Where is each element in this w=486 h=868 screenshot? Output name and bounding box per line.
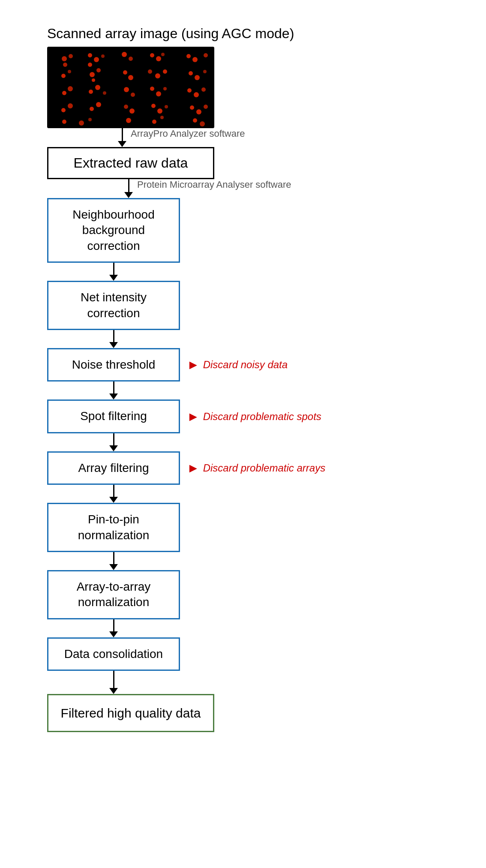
arrow-6 [109, 433, 118, 451]
final-box: Filtered high quality data [47, 694, 214, 732]
svg-point-28 [203, 70, 207, 73]
arrow-3 [109, 263, 118, 281]
svg-point-58 [152, 120, 156, 124]
svg-point-39 [187, 88, 192, 93]
step-array-filtering: Array filtering ► Discard problematic ar… [34, 451, 325, 485]
spot-filtering-box: Spot filtering [47, 399, 180, 433]
arrow-4 [109, 330, 118, 348]
svg-point-26 [189, 71, 193, 75]
svg-point-56 [88, 118, 92, 121]
svg-point-51 [190, 105, 194, 110]
svg-point-9 [129, 57, 133, 61]
svg-point-21 [123, 70, 127, 75]
svg-point-40 [194, 92, 199, 97]
svg-point-60 [193, 118, 197, 123]
svg-point-11 [156, 56, 161, 61]
array-image [47, 47, 214, 128]
step-spot-filtering: Spot filtering ► Discard problematic spo… [34, 399, 321, 433]
spot-annotation-label: Discard problematic spots [203, 411, 321, 423]
arrow-1: ArrayPro Analyzer software [118, 128, 126, 147]
svg-point-36 [150, 87, 154, 91]
noise-annotation: ► Discard noisy data [187, 357, 288, 372]
svg-point-30 [68, 86, 73, 91]
svg-point-32 [95, 85, 100, 90]
svg-point-7 [88, 63, 92, 67]
svg-point-20 [92, 78, 95, 82]
arraypro-label: ArrayPro Analyzer software [131, 128, 245, 139]
diagram-container: Scanned array image (using AGC mode) [0, 0, 486, 758]
svg-point-8 [122, 52, 127, 57]
svg-point-37 [156, 91, 161, 96]
svg-point-50 [165, 105, 168, 108]
svg-point-57 [126, 118, 131, 123]
svg-point-41 [201, 87, 206, 92]
noise-arrow-icon: ► [187, 357, 200, 372]
svg-point-53 [204, 105, 208, 109]
arrow-7 [109, 485, 118, 503]
svg-point-12 [161, 53, 165, 56]
svg-point-3 [63, 63, 67, 67]
svg-point-27 [195, 75, 200, 80]
step-data-consolidation: Data consolidation [34, 637, 180, 671]
raw-data-box: Extracted raw data [47, 147, 214, 179]
svg-point-23 [148, 69, 152, 74]
svg-point-38 [163, 87, 167, 90]
svg-point-55 [79, 120, 84, 126]
noise-annotation-label: Discard noisy data [203, 359, 288, 371]
svg-point-47 [129, 108, 135, 114]
pin-norm-box: Pin-to-pinnormalization [47, 503, 180, 552]
page-title: Scanned array image (using AGC mode) [47, 26, 294, 42]
data-consolidation-box: Data consolidation [47, 637, 180, 671]
arrow-2: Protein Microarray Analyser software [124, 179, 133, 198]
svg-point-44 [90, 107, 94, 111]
net-intensity-box: Net intensitycorrection [47, 281, 180, 330]
svg-point-6 [101, 54, 105, 58]
svg-point-4 [88, 53, 92, 57]
spot-annotation: ► Discard problematic spots [187, 409, 321, 424]
svg-point-46 [124, 105, 128, 109]
svg-point-54 [62, 120, 66, 124]
step-pin-norm: Pin-to-pinnormalization [34, 503, 180, 552]
svg-point-52 [196, 109, 201, 114]
svg-point-14 [192, 57, 198, 62]
step-final: Filtered high quality data [34, 694, 214, 732]
step-array-norm: Array-to-arraynormalization [34, 570, 180, 619]
arrow-9 [109, 619, 118, 637]
svg-point-24 [155, 73, 160, 78]
array-norm-box: Array-to-arraynormalization [47, 570, 180, 619]
spot-arrow-icon: ► [187, 409, 200, 424]
svg-point-16 [61, 74, 66, 78]
svg-point-18 [90, 72, 95, 77]
raw-data-label: Extracted raw data [74, 155, 188, 171]
array-filtering-box: Array filtering [47, 451, 180, 485]
step-net-intensity: Net intensitycorrection [34, 281, 180, 330]
array-annotation-label: Discard problematic arrays [203, 462, 325, 474]
svg-point-25 [163, 69, 167, 74]
svg-point-1 [62, 56, 67, 61]
svg-point-43 [68, 103, 73, 108]
noise-threshold-box: Noise threshold [47, 348, 180, 381]
svg-point-29 [62, 91, 66, 95]
final-box-label: Filtered high quality data [61, 706, 201, 720]
step-neighbourhood: Neighbourhoodbackgroundcorrection [34, 198, 180, 263]
pma-label: Protein Microarray Analyser software [137, 179, 291, 190]
svg-point-19 [96, 68, 101, 72]
arrow-8 [109, 552, 118, 570]
svg-point-49 [157, 108, 162, 114]
arrow-5 [109, 381, 118, 399]
svg-point-33 [103, 91, 106, 95]
svg-point-13 [186, 54, 191, 58]
svg-point-59 [160, 116, 164, 119]
arrow-10 [109, 671, 118, 694]
svg-point-5 [94, 57, 99, 62]
svg-point-48 [151, 104, 156, 108]
svg-point-42 [61, 108, 66, 112]
svg-point-34 [124, 87, 129, 92]
svg-point-2 [69, 54, 73, 58]
svg-point-15 [204, 53, 208, 57]
array-arrow-icon: ► [187, 461, 200, 475]
svg-point-10 [150, 53, 154, 57]
svg-point-61 [200, 121, 205, 126]
svg-point-17 [68, 70, 71, 73]
svg-point-22 [128, 75, 133, 80]
